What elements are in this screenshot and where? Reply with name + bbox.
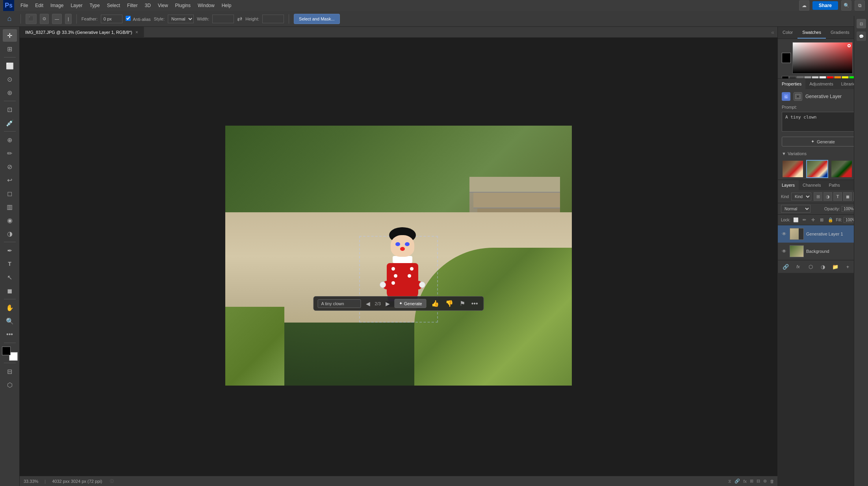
history-brush-tool[interactable]: ↩ — [3, 174, 17, 186]
layer-adj-btn[interactable]: ◑ — [818, 262, 828, 271]
gradient-tool[interactable]: ▥ — [3, 200, 17, 213]
layer-new-btn[interactable]: + — [843, 262, 853, 271]
variation-thumb-3[interactable] — [831, 160, 853, 178]
lock-transparency-btn[interactable]: ⬜ — [793, 216, 799, 223]
foreground-color-preview[interactable] — [782, 53, 791, 63]
gen-more-btn[interactable]: ••• — [470, 299, 480, 308]
layer-fx-btn[interactable]: fx — [794, 262, 803, 271]
menu-edit[interactable]: Edit — [32, 1, 46, 10]
gen-prev-btn[interactable]: ◀ — [364, 300, 372, 308]
eyedropper-tool[interactable]: 💉 — [3, 117, 17, 129]
menu-3d[interactable]: 3D — [141, 1, 154, 10]
lock-position-btn[interactable]: ✛ — [810, 216, 816, 223]
lock-image-btn[interactable]: ✏ — [801, 216, 808, 223]
swap-icon[interactable]: ⇄ — [237, 15, 242, 22]
layer-visibility-bg[interactable]: 👁 — [781, 248, 787, 254]
brush-tool[interactable]: ✏ — [3, 147, 17, 160]
canvas-container[interactable]: ◀ 2/3 ▶ ✦ Generate 👍 👎 ⚑ ••• — [20, 38, 777, 473]
pen-tool[interactable]: ✒ — [3, 244, 17, 257]
width-input[interactable] — [212, 15, 234, 23]
home-button[interactable]: ⌂ — [3, 13, 16, 25]
style-select[interactable]: Normal — [168, 15, 194, 23]
artboard-tool[interactable]: ⊞ — [3, 43, 17, 55]
dodge-tool[interactable]: ◑ — [3, 227, 17, 240]
info-icon[interactable]: ⓘ — [110, 479, 114, 484]
gen-thumbsdown-btn[interactable]: 👎 — [444, 299, 455, 308]
lock-artboard-btn[interactable]: ⊞ — [819, 216, 825, 223]
variations-chevron[interactable]: ▼ — [782, 151, 786, 156]
search-icon[interactable]: 🔍 — [841, 0, 851, 11]
eraser-tool[interactable]: ◻ — [3, 187, 17, 200]
arrange-icon[interactable]: ⧉ — [855, 0, 865, 11]
quick-mask-tool[interactable]: ⊟ — [3, 365, 17, 378]
gen-prompt-input[interactable] — [318, 299, 361, 308]
path-select-tool[interactable]: ↖ — [3, 271, 17, 284]
rect-marquee-btn[interactable]: ⬛ — [26, 14, 37, 24]
menu-help[interactable]: Help — [219, 1, 235, 10]
swatches-tab[interactable]: Swatches — [798, 27, 826, 39]
fx-status-icon[interactable]: fx — [743, 479, 747, 484]
gradients-tab[interactable]: Gradients — [826, 27, 854, 39]
generate-button[interactable]: ✦ Generate — [782, 137, 864, 147]
menu-plugins[interactable]: Plugins — [172, 1, 194, 10]
gen-next-btn[interactable]: ▶ — [384, 300, 391, 308]
main-tab[interactable]: IMG_8327.JPG @ 33.3% (Generative Layer 1… — [20, 27, 144, 38]
tab-close-button[interactable]: × — [135, 30, 138, 35]
layer-visibility-gen[interactable]: 👁 — [781, 231, 787, 237]
lock-all-btn[interactable]: 🔒 — [827, 216, 834, 223]
single-row-btn[interactable]: — — [52, 14, 62, 24]
filter-adj-btn[interactable]: ◑ — [823, 192, 832, 201]
paths-tab[interactable]: Paths — [825, 180, 844, 190]
link-status-icon[interactable]: 🔗 — [734, 479, 740, 484]
variation-thumb-1[interactable] — [782, 160, 804, 178]
menu-file[interactable]: File — [17, 1, 31, 10]
crop-tool[interactable]: ⊡ — [3, 103, 17, 116]
feather-input[interactable] — [101, 15, 122, 23]
select-mask-button[interactable]: Select and Mask... — [294, 14, 340, 24]
props-status-icon[interactable]: ⊟ — [757, 479, 760, 484]
gen-thumbsup-btn[interactable]: 👍 — [430, 299, 441, 308]
layers-tab[interactable]: Layers — [778, 180, 799, 190]
zoom-tool[interactable]: 🔍 — [3, 315, 17, 327]
layer-link-btn[interactable]: 🔗 — [781, 262, 790, 271]
variation-thumb-2[interactable] — [806, 160, 828, 178]
cloud-icon[interactable]: ☁ — [799, 0, 809, 11]
menu-filter[interactable]: Filter — [124, 1, 141, 10]
gen-generate-btn[interactable]: ✦ Generate — [395, 299, 427, 308]
blur-tool[interactable]: ◉ — [3, 214, 17, 226]
layer-status-icon[interactable]: ⊞ — [750, 479, 753, 484]
timeline-icon[interactable]: ⧖ — [728, 479, 731, 484]
menu-image[interactable]: Image — [47, 1, 67, 10]
chat-panel-icon[interactable]: 💬 — [857, 32, 866, 41]
filter-status-icon[interactable]: ⊛ — [763, 479, 767, 484]
oval-marquee-btn[interactable]: ⊙ — [40, 14, 49, 24]
clone-tool[interactable]: ⊘ — [3, 160, 17, 173]
filter-type-btn[interactable]: T — [833, 192, 842, 201]
more-tools[interactable]: ••• — [3, 328, 17, 341]
delete-status-icon[interactable]: 🗑 — [770, 479, 774, 484]
history-panel-icon[interactable]: ⊡ — [857, 19, 866, 28]
channels-tab[interactable]: Channels — [799, 180, 825, 190]
color-tab[interactable]: Color — [778, 27, 798, 39]
menu-select[interactable]: Select — [104, 1, 123, 10]
menu-layer[interactable]: Layer — [67, 1, 85, 10]
filter-shape-btn[interactable]: ◼ — [843, 192, 852, 201]
blend-mode-select[interactable]: Normal — [781, 205, 811, 213]
single-col-btn[interactable]: | — [65, 14, 72, 24]
filter-pixel-btn[interactable]: ⊞ — [814, 192, 822, 201]
color-gradient-picker[interactable] — [792, 42, 853, 74]
menu-view[interactable]: View — [155, 1, 171, 10]
gen-flag-btn[interactable]: ⚑ — [458, 299, 467, 308]
type-tool[interactable]: T — [3, 258, 17, 270]
kind-select[interactable]: Kind — [791, 193, 811, 200]
move-tool[interactable]: ✛ — [3, 29, 17, 42]
menu-window[interactable]: Window — [195, 1, 218, 10]
panel-collapse-btn[interactable]: « — [768, 29, 777, 35]
adjustments-tab[interactable]: Adjustments — [805, 79, 837, 89]
menu-type[interactable]: Type — [86, 1, 103, 10]
marquee-magic-tool[interactable]: ⊛ — [3, 86, 17, 99]
shape-tool[interactable]: ◼ — [3, 284, 17, 297]
marquee-rect-tool[interactable]: ⬜ — [3, 59, 17, 72]
foreground-color-swatch[interactable] — [2, 347, 11, 355]
layer-mask-btn[interactable]: ⬡ — [806, 262, 815, 271]
